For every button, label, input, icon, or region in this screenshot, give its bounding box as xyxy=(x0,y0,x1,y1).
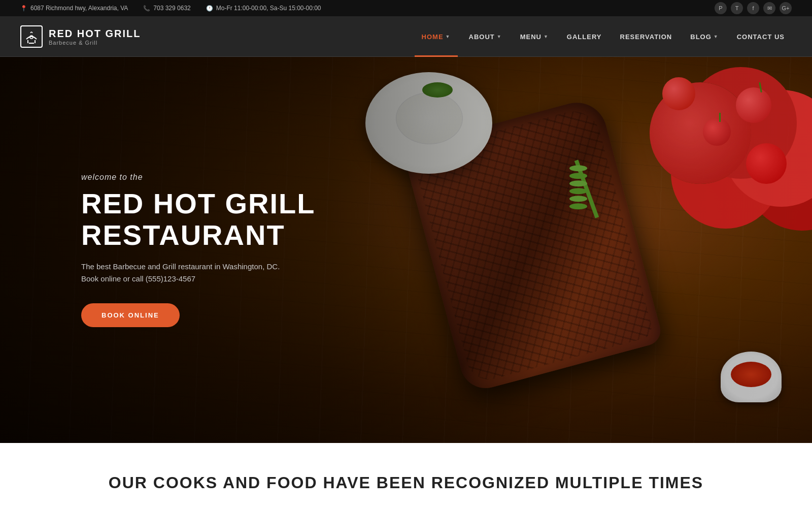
google-plus-icon[interactable]: G+ xyxy=(780,2,792,14)
main-nav: HOME ▼ ABOUT ▼ MENU ▼ GALLERY RESERVATIO… xyxy=(415,16,792,57)
nav-reservation[interactable]: RESERVATION xyxy=(613,16,680,57)
location-icon: 📍 xyxy=(20,5,27,12)
logo-icon xyxy=(20,25,43,48)
phone-text: 703 329 0632 xyxy=(153,5,190,12)
home-arrow-icon: ▼ xyxy=(446,34,451,39)
pinterest-icon[interactable]: P xyxy=(715,2,727,14)
nav-about[interactable]: ABOUT ▼ xyxy=(462,16,509,57)
nav-home[interactable]: HOME ▼ xyxy=(415,16,458,57)
bottom-section: OUR COOKS AND FOOD HAVE BEEN RECOGNIZED … xyxy=(0,443,812,508)
nav-contact[interactable]: CONTACT US xyxy=(730,16,792,57)
nav-gallery[interactable]: GALLERY xyxy=(560,16,609,57)
bottom-title: OUR COOKS AND FOOD HAVE BEEN RECOGNIZED … xyxy=(20,473,792,492)
hero-description: The best Barbecue and Grill restaurant i… xyxy=(81,261,335,285)
address-text: 6087 Richmond hwy, Alexandria, VA xyxy=(30,5,128,12)
hero-section: welcome to the RED HOT GRILL RESTAURANT … xyxy=(0,57,812,443)
address-item: 📍 6087 Richmond hwy, Alexandria, VA xyxy=(20,5,128,12)
logo-sub: Barbecue & Grill xyxy=(49,40,141,46)
about-arrow-icon: ▼ xyxy=(497,34,502,39)
nav-menu[interactable]: MENU ▼ xyxy=(513,16,556,57)
blog-arrow-icon: ▼ xyxy=(714,34,719,39)
header: RED HOT GRILL Barbecue & Grill HOME ▼ AB… xyxy=(0,16,812,57)
logo: RED HOT GRILL Barbecue & Grill xyxy=(20,25,141,48)
hero-content: welcome to the RED HOT GRILL RESTAURANT … xyxy=(0,173,355,327)
hero-title: RED HOT GRILL RESTAURANT xyxy=(81,188,355,250)
hours-item: 🕐 Mo-Fr 11:00-00:00, Sa-Su 15:00-00:00 xyxy=(206,5,321,12)
clock-icon: 🕐 xyxy=(206,5,213,12)
stem-2 xyxy=(719,113,721,122)
book-online-button[interactable]: BOOK ONLINE xyxy=(81,303,180,327)
email-icon[interactable]: ✉ xyxy=(763,2,775,14)
top-bar-left: 📍 6087 Richmond hwy, Alexandria, VA 📞 70… xyxy=(20,5,321,12)
phone-icon: 📞 xyxy=(143,5,150,12)
hero-welcome-text: welcome to the xyxy=(81,173,355,182)
social-icons: P T f ✉ G+ xyxy=(715,2,792,14)
twitter-icon[interactable]: T xyxy=(731,2,743,14)
logo-name: RED HOT GRILL xyxy=(49,28,141,40)
menu-arrow-icon: ▼ xyxy=(544,34,549,39)
phone-item: 📞 703 329 0632 xyxy=(143,5,190,12)
hours-text: Mo-Fr 11:00-00:00, Sa-Su 15:00-00:00 xyxy=(216,5,321,12)
nav-separator xyxy=(0,56,812,57)
top-bar: 📍 6087 Richmond hwy, Alexandria, VA 📞 70… xyxy=(0,0,812,16)
logo-text: RED HOT GRILL Barbecue & Grill xyxy=(49,28,141,46)
facebook-icon[interactable]: f xyxy=(747,2,759,14)
nav-blog[interactable]: BLOG ▼ xyxy=(683,16,725,57)
